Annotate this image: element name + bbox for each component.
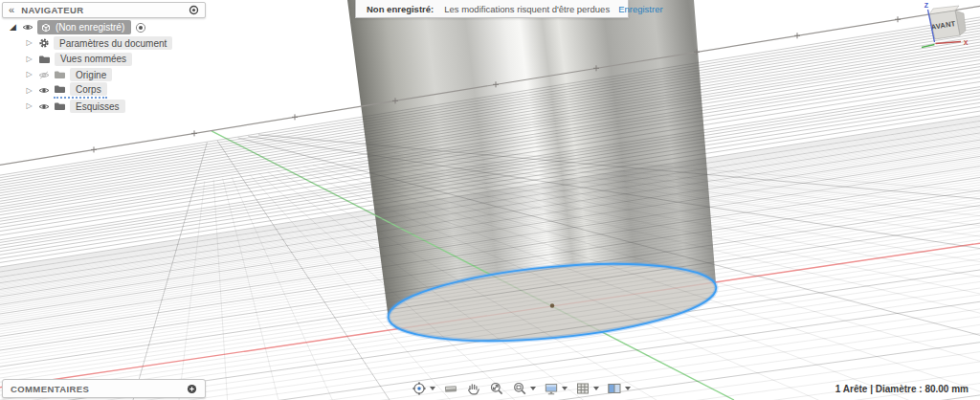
circle-plus-icon bbox=[187, 384, 197, 394]
tree-row-origin[interactable]: ▷ Origine bbox=[24, 69, 172, 81]
eye-icon[interactable] bbox=[38, 86, 50, 95]
display-settings-button[interactable] bbox=[544, 381, 568, 396]
add-comment-button[interactable] bbox=[187, 384, 197, 394]
expander-icon[interactable]: ▷ bbox=[24, 71, 34, 78]
document-root-label: (Non enregistré) bbox=[56, 22, 124, 33]
save-button[interactable]: Enregistrer bbox=[610, 4, 671, 14]
viewcube-x-axis bbox=[936, 42, 962, 44]
tree-item-label[interactable]: Origine bbox=[70, 68, 112, 81]
expander-icon[interactable]: ▷ bbox=[24, 87, 34, 95]
zoom-icon bbox=[489, 381, 504, 396]
folder-icon bbox=[38, 55, 51, 64]
tree-row-document-root[interactable]: ◢ (Non enregistré) bbox=[8, 21, 172, 33]
tree-row-bodies[interactable]: ▷ Corps bbox=[24, 84, 172, 97]
grid-icon bbox=[575, 381, 590, 396]
viewports-icon bbox=[607, 381, 622, 396]
circle-dot-icon bbox=[189, 5, 199, 15]
orbit-button[interactable] bbox=[412, 381, 435, 396]
viewports-button[interactable] bbox=[607, 381, 631, 396]
warning-message: Les modifications risquent d'être perdue… bbox=[444, 4, 610, 14]
collapse-panel-icon[interactable]: « bbox=[9, 5, 14, 15]
view-cube[interactable]: AVANT Z X bbox=[907, 0, 980, 61]
comments-title: COMMENTAIRES bbox=[11, 384, 89, 394]
tree-item-label[interactable]: Corps bbox=[70, 82, 107, 96]
viewcube-x-label: X bbox=[964, 39, 969, 46]
grid-snap-button[interactable] bbox=[575, 381, 599, 396]
origin-point bbox=[550, 303, 554, 307]
navigator-tree: ◢ (Non enregistré) ▷ Paramètres du docum… bbox=[2, 21, 172, 113]
display-settings-icon bbox=[544, 381, 559, 396]
unsaved-warning-bar: Non enregistré: Les modifications risque… bbox=[355, 0, 629, 18]
tree-row-document-settings[interactable]: ▷ Paramètres du document bbox=[24, 37, 172, 50]
expander-icon[interactable]: ▷ bbox=[24, 102, 34, 110]
tree-row-named-views[interactable]: ▷ Vues nommées bbox=[24, 53, 172, 65]
folder-icon bbox=[54, 101, 66, 111]
viewcube-z-label: Z bbox=[924, 2, 929, 9]
viewcube-y-axis bbox=[922, 45, 935, 48]
component-cube-icon bbox=[40, 22, 52, 33]
zoom-window-button[interactable] bbox=[512, 381, 536, 396]
navigator-title: NAVIGATEUR bbox=[21, 5, 83, 15]
chevron-down-icon bbox=[625, 387, 631, 390]
chevron-down-icon bbox=[530, 387, 536, 390]
tree-item-label[interactable]: Paramètres du document bbox=[54, 36, 172, 50]
eye-hidden-icon[interactable] bbox=[38, 71, 50, 79]
gear-icon bbox=[38, 37, 50, 49]
activate-component-icon[interactable] bbox=[135, 22, 146, 33]
tree-item-label[interactable]: Esquisses bbox=[70, 100, 125, 113]
eye-icon[interactable] bbox=[22, 23, 33, 32]
pan-button[interactable] bbox=[466, 381, 481, 396]
warning-title: Non enregistré: bbox=[367, 4, 434, 14]
navigation-toolbar bbox=[412, 381, 631, 396]
expander-icon[interactable]: ▷ bbox=[24, 56, 34, 63]
zoom-window-icon bbox=[512, 381, 527, 396]
expander-icon[interactable]: ▷ bbox=[24, 39, 34, 47]
document-root-item[interactable]: (Non enregistré) bbox=[37, 20, 131, 34]
navigator-settings-button[interactable] bbox=[189, 5, 199, 15]
bodies-selection-highlight: Corps bbox=[54, 82, 107, 99]
viewport: « NAVIGATEUR ◢ (Non enregistré) ▷ Paramè… bbox=[0, 0, 980, 400]
folder-icon bbox=[54, 70, 66, 79]
chevron-down-icon bbox=[593, 387, 599, 390]
look-at-icon bbox=[443, 381, 458, 396]
chevron-down-icon bbox=[562, 387, 568, 390]
chevron-down-icon bbox=[430, 387, 435, 390]
navigator-panel-header: « NAVIGATEUR bbox=[2, 2, 206, 18]
selection-status-text: 1 Arête | Diamètre : 80.00 mm bbox=[835, 384, 969, 394]
pan-hand-icon bbox=[466, 381, 481, 396]
look-at-button[interactable] bbox=[443, 381, 458, 396]
tree-item-label[interactable]: Vues nommées bbox=[55, 53, 132, 66]
orbit-icon bbox=[412, 381, 427, 396]
tree-row-sketches[interactable]: ▷ Esquisses bbox=[24, 100, 172, 113]
zoom-button[interactable] bbox=[489, 381, 504, 396]
eye-icon[interactable] bbox=[38, 102, 50, 111]
comments-panel-header[interactable]: COMMENTAIRES bbox=[2, 379, 206, 398]
expander-icon[interactable]: ◢ bbox=[8, 23, 18, 32]
folder-icon bbox=[54, 84, 66, 94]
